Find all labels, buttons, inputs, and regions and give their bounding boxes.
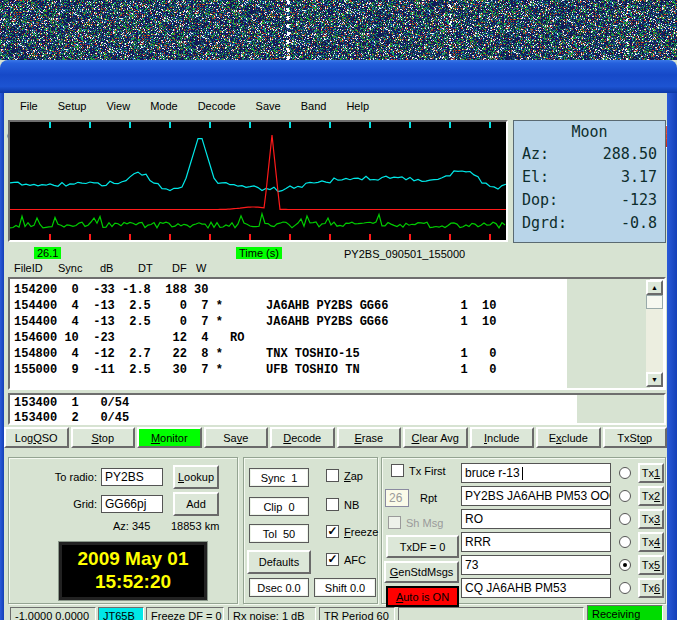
- scroll-thumb[interactable]: [646, 295, 663, 309]
- tx5-radio[interactable]: [619, 559, 631, 571]
- grid-label: Grid:: [29, 498, 97, 510]
- clock-time: 15:52:20: [62, 570, 204, 593]
- waterfall-spectrogram: [0, 0, 677, 60]
- menu-setup[interactable]: Setup: [48, 97, 97, 115]
- col-df: DF: [172, 262, 187, 274]
- include-button[interactable]: Include: [470, 427, 535, 448]
- grid-input[interactable]: GG66pj: [101, 495, 163, 513]
- decode-row: 154400 4 -13 2.5 0 7 * JA6AHB PY2BS GG66…: [14, 298, 496, 314]
- tx4-button[interactable]: Tx4: [638, 532, 664, 552]
- moon-info-panel: Moon Az:288.50 El:3.17 Dop:-123 Dgrd:-0.…: [513, 120, 666, 243]
- moon-dop-value: -123: [621, 189, 657, 212]
- monitor-button[interactable]: Monitor: [137, 427, 202, 448]
- tx5-button[interactable]: Tx5: [638, 555, 664, 575]
- tx6-radio[interactable]: [619, 582, 631, 594]
- auto-button[interactable]: Auto is ON: [386, 586, 459, 607]
- tx2-button[interactable]: Tx2: [638, 486, 664, 506]
- freeze-checkbox[interactable]: [326, 525, 339, 538]
- log-qso-button[interactable]: Log QSO: [4, 427, 69, 448]
- tol-control[interactable]: Tol 50: [249, 524, 309, 543]
- tx1-message-text: bruce r-13: [465, 466, 520, 480]
- clear-avg-button[interactable]: Clear Avg: [403, 427, 468, 448]
- menu-file[interactable]: File: [10, 97, 48, 115]
- tx2-radio[interactable]: [619, 490, 631, 502]
- txdf-button[interactable]: TxDF = 0: [386, 535, 459, 558]
- distance-text: 18853 km: [171, 520, 219, 532]
- zap-checkbox[interactable]: [326, 469, 339, 482]
- tx2-message-input[interactable]: PY2BS JA6AHB PM53 OOO: [461, 486, 611, 506]
- tx5-message-input[interactable]: 73: [461, 555, 611, 575]
- title-bar[interactable]: WSJT 6 by K1JT _ □ ✕: [0, 60, 677, 93]
- afc-checkbox[interactable]: [326, 553, 339, 566]
- col-sync: Sync: [58, 262, 82, 274]
- menu-mode[interactable]: Mode: [140, 97, 188, 115]
- nb-checkbox[interactable]: [326, 498, 339, 511]
- tx3-message-input[interactable]: RO: [461, 509, 611, 529]
- sync-control[interactable]: Sync 1: [249, 468, 309, 487]
- clip-control[interactable]: Clip 0: [249, 497, 309, 516]
- menu-save[interactable]: Save: [246, 97, 291, 115]
- col-fileid: FileID: [14, 262, 43, 274]
- txstop-button[interactable]: TxStop: [603, 427, 668, 448]
- average-text-area[interactable]: 153400 1 0/54153400 2 0/45: [8, 393, 666, 425]
- tx4-radio[interactable]: [619, 536, 631, 548]
- status-spacer: [398, 607, 584, 620]
- status-rx-noise: Rx noise: 1 dB: [228, 607, 316, 620]
- defaults-button[interactable]: Defaults: [247, 550, 311, 574]
- menu-help[interactable]: Help: [336, 97, 379, 115]
- rpt-input[interactable]: 26: [385, 489, 409, 507]
- shift-control[interactable]: Shift 0.0: [314, 578, 376, 597]
- exclude-button[interactable]: Exclude: [536, 427, 601, 448]
- status-tr-period: TR Period 60: [319, 607, 395, 620]
- scroll-up-button[interactable]: ▲: [646, 280, 663, 295]
- col-w: W: [196, 262, 206, 274]
- erase-button[interactable]: Erase: [337, 427, 402, 448]
- moon-dop-label: Dop:: [522, 189, 558, 212]
- moon-title: Moon: [522, 123, 657, 141]
- moon-az-label: Az:: [522, 143, 549, 166]
- window-border-right: [667, 93, 677, 620]
- to-radio-input[interactable]: PY2BS: [101, 468, 163, 486]
- nb-label: NB: [344, 499, 359, 511]
- save-button[interactable]: Save: [204, 427, 269, 448]
- dsec-control[interactable]: Dsec 0.0: [249, 578, 309, 597]
- status-freeze-df: Freeze DF = 0: [146, 607, 224, 620]
- sh-msg-checkbox[interactable]: [388, 516, 401, 529]
- stop-button[interactable]: Stop: [71, 427, 136, 448]
- scroll-down-button[interactable]: ▼: [646, 372, 663, 387]
- moon-dgrd-label: Dgrd:: [522, 212, 567, 235]
- menu-view[interactable]: View: [96, 97, 140, 115]
- window-border-left: [0, 93, 4, 620]
- moon-el-label: El:: [522, 166, 549, 189]
- decode-header: FileID Sync dB DT DF W: [8, 262, 308, 276]
- freq-label: 26.1: [34, 247, 61, 259]
- status-rate: -1.0000 0.0000: [10, 607, 96, 620]
- sh-msg-label: Sh Msg: [406, 517, 443, 529]
- menu-decode[interactable]: Decode: [188, 97, 246, 115]
- tx3-button[interactable]: Tx3: [638, 509, 664, 529]
- tx6-message-input[interactable]: CQ JA6AHB PM53: [461, 578, 611, 598]
- decode-scrollbar[interactable]: ▲ ▼: [646, 280, 663, 387]
- tx-first-checkbox[interactable]: [391, 464, 404, 477]
- tx3-radio[interactable]: [619, 513, 631, 525]
- file-name-label: PY2BS_090501_155000: [344, 248, 465, 260]
- tx-first-label: Tx First: [409, 465, 446, 477]
- time-axis-label: Time (s): [236, 247, 282, 259]
- tx1-button[interactable]: Tx1: [638, 463, 664, 483]
- gen-std-msgs-button[interactable]: GenStdMsgs: [384, 561, 459, 583]
- menu-band[interactable]: Band: [291, 97, 337, 115]
- decode-row: 154400 4 -13 2.5 0 7 * JA6AHB PY2BS GG66…: [14, 314, 496, 330]
- lookup-button[interactable]: Lookup: [173, 465, 219, 489]
- tx6-button[interactable]: Tx6: [638, 578, 664, 598]
- decode-row: 154600 10 -23 12 4 RO: [14, 330, 496, 346]
- to-radio-label: To radio:: [29, 471, 97, 483]
- tx1-radio[interactable]: [619, 467, 631, 479]
- tx1-message-input[interactable]: bruce r-13: [461, 463, 611, 483]
- decode-gutter: [567, 279, 650, 388]
- decode-text-area[interactable]: 154200 0 -33 -1.8 188 30154400 4 -13 2.5…: [8, 277, 666, 390]
- add-button[interactable]: Add: [173, 492, 219, 516]
- decode-button[interactable]: Decode: [270, 427, 335, 448]
- tx4-message-input[interactable]: RRR: [461, 532, 611, 552]
- arrow-up-icon: ▲: [651, 284, 658, 291]
- zap-label: Zap: [344, 470, 363, 482]
